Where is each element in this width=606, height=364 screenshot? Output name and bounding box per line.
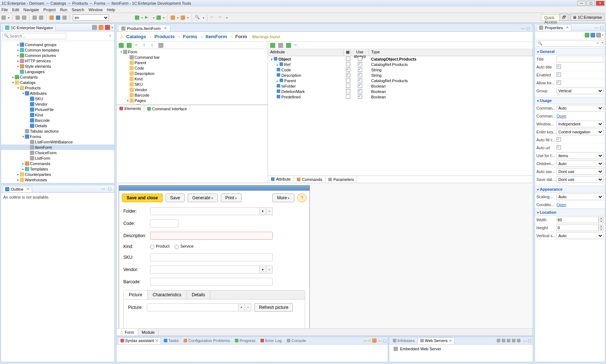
up-icon[interactable]: ⇧ [142,43,148,48]
search-tool-icon[interactable]: 🔍 [195,15,201,21]
warnings-link[interactable]: Warnings found [252,35,280,39]
edit-icon[interactable] [127,43,132,48]
tree-item[interactable]: ItemForm [1,145,114,150]
props-search-drop-icon[interactable]: ▾ [602,41,603,44]
navigator-tab[interactable]: 1C:Enterprise Navigator [3,25,56,31]
props-tool3-icon[interactable] [596,33,601,37]
tree-item[interactable]: ▸Warehouses [1,177,114,182]
tree-item[interactable]: ▾Attributes [1,90,114,96]
perspective-1c[interactable]: 🖥 1C:Enterprise [570,14,605,21]
ws-max-icon[interactable]: ▢ [528,338,531,343]
prop-link[interactable]: Open [557,203,566,207]
attr-row[interactable]: IsFolder Boolean [268,83,533,89]
picture-open-icon[interactable]: ▫ [245,303,251,311]
tree-toggle-icon[interactable]: ▸ [16,59,20,63]
ws-tool4-icon[interactable] [512,339,515,342]
generate-button[interactable]: Generate [188,194,218,202]
clock-icon[interactable] [62,15,67,20]
folder-open-icon[interactable]: ▫ [266,207,273,215]
checkbox[interactable] [346,62,350,66]
tree-item[interactable]: ▸Style elements [1,63,114,69]
form-tree-item[interactable]: ▾Pages [117,98,268,103]
code-input[interactable] [150,219,179,227]
prop-select[interactable]: Control navigation [557,129,603,135]
breadcrumb-forms[interactable]: Forms [183,34,197,39]
prop-section-header[interactable]: Location [535,209,605,216]
syntax-close-icon[interactable]: ✕ [155,338,158,343]
tree-item[interactable]: ChoiceForm [1,150,114,155]
new-icon[interactable] [1,15,6,20]
prop-link[interactable]: Open [557,114,566,118]
picture-input[interactable] [147,303,238,311]
tree-item[interactable]: SKU [1,96,114,101]
menu-navigate[interactable]: Navigate [23,8,39,12]
ws-tool1-icon[interactable] [497,339,500,342]
attr-row[interactable]: ▸ Parent CatalogRef.Products [268,78,533,83]
menu-project[interactable]: Project [43,8,56,12]
checkbox[interactable] [358,84,362,88]
subtab-parameters[interactable]: Parameters [325,176,357,183]
save-icon[interactable] [16,15,20,20]
tree-item[interactable]: ▾Products [1,85,114,90]
prop-checkbox[interactable] [557,145,561,150]
bottom-tab-form[interactable]: ⚠Form [117,329,138,336]
attr-row[interactable]: Description String [268,72,533,78]
subtab-elements[interactable]: Elements [117,105,144,112]
editor-tab[interactable]: Products.ItemForm ✕ [118,25,170,31]
tree-item[interactable]: Kind [1,112,114,117]
prop-checkbox[interactable] [557,65,561,69]
add-icon[interactable] [119,43,124,48]
form-tree-item[interactable]: Parent [117,60,268,65]
folder-input[interactable] [150,207,260,215]
attr-copy-icon[interactable] [278,43,283,48]
menu-run[interactable]: Run [60,8,67,12]
checkbox[interactable] [358,78,362,83]
kind-product-radio[interactable]: Product [150,244,170,249]
breadcrumb-catalogs[interactable]: Catalogs [126,34,146,39]
tree-toggle-icon[interactable]: ▾ [21,92,25,95]
bp-max-icon[interactable]: ▢ [383,338,386,343]
barcode-input[interactable] [150,278,273,286]
ws-tool3-icon[interactable] [507,339,510,342]
tree-toggle-icon[interactable]: ▾ [126,99,129,102]
outline-close-icon[interactable]: ✕ [26,187,30,191]
bp-fwd-icon[interactable]: ⇨ [368,338,371,343]
spinner-up-icon[interactable]: ▴ [598,225,603,228]
tree-toggle-icon[interactable]: ▾ [16,86,20,90]
collapse-all-icon[interactable] [92,25,97,30]
tab-progress[interactable]: Progress [233,338,258,343]
props-menu-icon[interactable]: ▾ [602,34,603,37]
attr-row[interactable]: DeletionMark Boolean [268,89,533,94]
tab-details[interactable]: Details [187,290,211,299]
attr-col-icon[interactable]: ▦ [344,49,351,56]
debug-icon[interactable] [135,15,139,20]
outline-tab[interactable]: Outline ✕ [3,186,32,192]
save-button[interactable]: Save [166,194,185,202]
saveall-icon[interactable] [22,15,26,20]
wand2-icon[interactable] [181,15,185,20]
clear-search-icon[interactable]: × [109,34,111,38]
tree-toggle-icon[interactable]: ▸ [16,178,20,182]
maximize-button[interactable]: ▢ [587,1,595,6]
tree-item[interactable]: ▾Forms [1,134,114,139]
language-select[interactable]: en [73,14,109,21]
tab-characteristics[interactable]: Characteristics [148,290,186,299]
tab-picture[interactable]: Picture [124,290,148,299]
ws-close-icon[interactable]: ✕ [449,338,452,343]
help-button[interactable]: ? [297,194,307,202]
tab-web-servers[interactable]: Web Servers ✕ [418,337,454,344]
prop-spinner-input[interactable] [557,217,598,223]
save-and-close-button[interactable]: Save and close [122,194,163,202]
table-icon[interactable] [158,43,163,48]
tool-icon[interactable] [39,15,43,20]
forward-icon[interactable]: ⇨ [218,15,224,21]
tree-item[interactable]: ListFormWithBalance [1,139,114,145]
sku-input[interactable] [150,253,273,261]
navigator-search-input[interactable] [3,33,66,39]
tree-toggle-icon[interactable]: ▸ [16,65,20,68]
kind-service-radio[interactable]: Service [175,244,194,249]
editor-close-icon[interactable]: ✕ [164,26,167,31]
spinner-up-icon[interactable]: ▴ [598,217,603,220]
back-icon[interactable]: ⇦ [210,15,216,21]
refresh-icon[interactable] [56,15,60,20]
